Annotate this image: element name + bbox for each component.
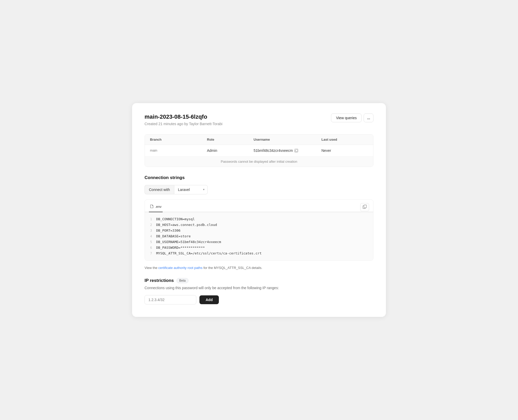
- code-tab-label: .env: [155, 205, 162, 209]
- header-actions: View queries ...: [331, 113, 373, 122]
- ca-notice: View the certificate authority root path…: [145, 266, 373, 270]
- svg-rect-1: [296, 150, 298, 152]
- copy-code-button[interactable]: [360, 203, 369, 211]
- username-value: 51bmf48c34zcr4vxeecm: [254, 148, 293, 153]
- col-last-used: Last used: [321, 138, 368, 141]
- table-row: main Admin 51bmf48c34zcr4vxeecm Never: [145, 145, 373, 156]
- connect-with-label: Connect with: [145, 185, 174, 194]
- code-line-3: 3 DB_PORT=3306: [147, 228, 369, 233]
- beta-badge: Beta: [176, 278, 189, 283]
- line-code-6: DB_PASSWORD=************: [156, 245, 205, 251]
- cell-username: 51bmf48c34zcr4vxeecm: [254, 148, 321, 153]
- code-tab-env[interactable]: .env: [149, 203, 163, 212]
- line-num-3: 3: [147, 228, 152, 233]
- table-header: Branch Role Username Last used: [145, 134, 373, 145]
- connection-strings-title: Connection strings: [145, 175, 373, 180]
- more-options-button[interactable]: ...: [364, 113, 373, 122]
- code-content: 1 DB_CONNECTION=mysql 2 DB_HOST=aws.conn…: [145, 212, 373, 261]
- ip-restrictions-title-row: IP restrictions Beta: [145, 278, 373, 283]
- ip-input-row: Add: [145, 295, 373, 304]
- line-num-6: 6: [147, 245, 152, 250]
- line-code-7: MYSQL_ATTR_SSL_CA=/etc/ssl/certs/ca-cert…: [156, 251, 262, 256]
- code-line-4: 4 DB_DATABASE=store: [147, 233, 369, 239]
- ca-notice-suffix: for the MYSQL_ATTR_SSL_CA details.: [203, 266, 262, 270]
- line-code-1: DB_CONNECTION=mysql: [156, 216, 195, 222]
- framework-select[interactable]: Laravel Rails Django Node.js PHP: [174, 185, 208, 194]
- col-role: Role: [207, 138, 254, 141]
- ip-description: Connections using this password will onl…: [145, 286, 373, 290]
- header-title-group: main-2023-08-15-6lzqfo Created 21 minute…: [145, 113, 222, 126]
- line-code-2: DB_HOST=aws.connect.psdb.cloud: [156, 222, 217, 228]
- credentials-table: Branch Role Username Last used main Admi…: [145, 134, 373, 167]
- ip-restrictions-title: IP restrictions: [145, 278, 174, 283]
- line-code-5: DB_USERNAME=51bmf48c34zcr4vxeecm: [156, 239, 221, 245]
- ca-link[interactable]: certificate authority root paths: [158, 266, 203, 270]
- cell-role: Admin: [207, 148, 254, 153]
- view-queries-button[interactable]: View queries: [331, 113, 362, 122]
- svg-rect-3: [364, 205, 366, 208]
- ip-restrictions-section: IP restrictions Beta Connections using t…: [145, 278, 373, 304]
- code-line-5: 5 DB_USERNAME=51bmf48c34zcr4vxeecm: [147, 239, 369, 245]
- code-block-header: .env: [145, 200, 373, 212]
- line-num-4: 4: [147, 234, 152, 239]
- line-num-2: 2: [147, 222, 152, 227]
- code-block: .env 1 DB_CONNECTION=mysql 2 DB_HOST=aws…: [145, 200, 373, 261]
- col-branch: Branch: [150, 138, 207, 141]
- copy-username-icon[interactable]: [294, 149, 298, 152]
- col-username: Username: [254, 138, 321, 141]
- ip-range-input[interactable]: [145, 295, 196, 304]
- line-num-5: 5: [147, 239, 152, 245]
- card-header: main-2023-08-15-6lzqfo Created 21 minute…: [145, 113, 373, 126]
- ca-notice-prefix: View the: [145, 266, 158, 270]
- framework-select-wrapper: Laravel Rails Django Node.js PHP ▾: [174, 185, 208, 194]
- line-num-1: 1: [147, 217, 152, 222]
- page-subtitle: Created 21 minutes ago by Taylor Barnett…: [145, 122, 222, 126]
- line-code-3: DB_PORT=3306: [156, 228, 181, 233]
- file-icon: [150, 204, 154, 209]
- line-num-7: 7: [147, 251, 152, 256]
- cell-branch: main: [150, 148, 207, 153]
- password-notice: Passwords cannot be displayed after init…: [145, 156, 373, 167]
- code-line-6: 6 DB_PASSWORD=************: [147, 245, 369, 251]
- connection-strings-section: Connection strings Connect with Laravel …: [145, 175, 373, 270]
- page-title: main-2023-08-15-6lzqfo: [145, 113, 222, 120]
- code-line-2: 2 DB_HOST=aws.connect.psdb.cloud: [147, 222, 369, 228]
- main-card: main-2023-08-15-6lzqfo Created 21 minute…: [132, 103, 386, 317]
- code-line-7: 7 MYSQL_ATTR_SSL_CA=/etc/ssl/certs/ca-ce…: [147, 251, 369, 256]
- cell-last-used: Never: [321, 148, 368, 153]
- code-line-1: 1 DB_CONNECTION=mysql: [147, 216, 369, 222]
- add-ip-button[interactable]: Add: [199, 295, 219, 304]
- line-code-4: DB_DATABASE=store: [156, 233, 191, 239]
- connect-with-row: Connect with Laravel Rails Django Node.j…: [145, 185, 373, 194]
